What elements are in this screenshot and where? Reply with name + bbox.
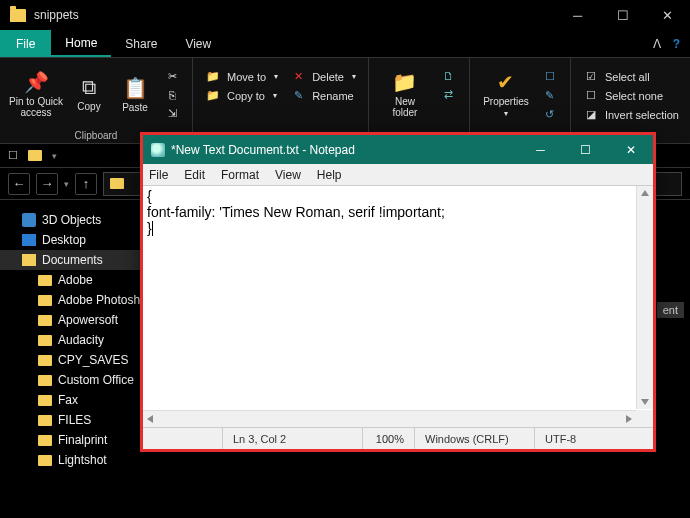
new-item-button[interactable]: 🗋: [437, 68, 461, 84]
fold-icon: [38, 375, 52, 386]
tree-item-label: Audacity: [58, 333, 104, 347]
help-icon[interactable]: ?: [673, 37, 680, 51]
shortcut-icon: ⇲: [164, 107, 180, 120]
delete-icon: ✕: [290, 70, 306, 83]
copy-icon: ⧉: [82, 76, 96, 99]
qat-item[interactable]: ☐: [8, 149, 18, 162]
paste-icon: 📋: [123, 76, 148, 100]
status-lncol: Ln 3, Col 2: [223, 428, 363, 449]
tree-item[interactable]: Fax: [0, 390, 142, 410]
history-button[interactable]: ↺: [538, 106, 562, 123]
vertical-scrollbar[interactable]: [636, 186, 653, 409]
status-zoom: 100%: [363, 428, 415, 449]
tree-item-label: Desktop: [42, 233, 86, 247]
tree-item-label: Apowersoft: [58, 313, 118, 327]
menu-help[interactable]: Help: [317, 168, 342, 182]
menu-format[interactable]: Format: [221, 168, 259, 182]
nav-history-dropdown[interactable]: ▾: [64, 179, 69, 189]
paste-button[interactable]: 📋 Paste: [114, 62, 156, 126]
desk-icon: [22, 234, 36, 246]
properties-icon: ✔: [497, 70, 514, 94]
new-folder-icon: 📁: [392, 70, 417, 94]
titlebar[interactable]: snippets ─ ☐ ✕: [0, 0, 690, 30]
nav-back-button[interactable]: ←: [8, 173, 30, 195]
status-encoding: UTF-8: [535, 428, 653, 449]
path-icon: ⎘: [164, 89, 180, 101]
copy-button[interactable]: ⧉ Copy: [68, 62, 110, 126]
tab-share[interactable]: Share: [111, 30, 171, 57]
tree-item[interactable]: Finalprint: [0, 430, 142, 450]
tab-file[interactable]: File: [0, 30, 51, 57]
cut-button[interactable]: ✂: [160, 68, 184, 85]
close-button[interactable]: ✕: [645, 0, 690, 30]
select-none-button[interactable]: ☐Select none: [579, 87, 683, 104]
notepad-minimize-button[interactable]: ─: [518, 135, 563, 164]
folder-icon[interactable]: [28, 150, 42, 161]
menu-file[interactable]: File: [149, 168, 168, 182]
maximize-button[interactable]: ☐: [600, 0, 645, 30]
edit-button[interactable]: ✎: [538, 87, 562, 104]
copy-path-button[interactable]: ⎘: [160, 87, 184, 103]
group-label-clipboard: Clipboard: [75, 130, 118, 141]
open-button[interactable]: ☐: [538, 68, 562, 85]
edit-icon: ✎: [542, 89, 558, 102]
new-folder-button[interactable]: 📁 New folder: [377, 62, 433, 126]
fold-icon: [38, 355, 52, 366]
tab-home[interactable]: Home: [51, 30, 111, 57]
fold-icon: [38, 435, 52, 446]
tree-item-label: Fax: [58, 393, 78, 407]
notepad-text-area[interactable]: { font-family: 'Times New Roman, serif !…: [143, 186, 653, 427]
delete-button[interactable]: ✕Delete▾: [286, 68, 360, 85]
horizontal-scrollbar[interactable]: [143, 410, 636, 427]
menu-view[interactable]: View: [275, 168, 301, 182]
tab-view[interactable]: View: [171, 30, 225, 57]
tree-item[interactable]: 3D Objects: [0, 210, 142, 230]
pin-icon: 📌: [24, 70, 49, 94]
tree-item[interactable]: Desktop: [0, 230, 142, 250]
fold-icon: [38, 395, 52, 406]
tree-item[interactable]: CPY_SAVES: [0, 350, 142, 370]
select-none-icon: ☐: [583, 89, 599, 102]
ribbon-tabs: File Home Share View ᐱ ?: [0, 30, 690, 58]
select-all-icon: ☑: [583, 70, 599, 83]
tree-item-label: CPY_SAVES: [58, 353, 128, 367]
window-title: snippets: [34, 8, 79, 22]
invert-selection-button[interactable]: ◪Invert selection: [579, 106, 683, 123]
tree-item[interactable]: Apowersoft: [0, 310, 142, 330]
copyto-icon: 📁: [205, 89, 221, 102]
tree-item[interactable]: FILES: [0, 410, 142, 430]
tree-item[interactable]: Adobe: [0, 270, 142, 290]
move-to-button[interactable]: 📁Move to▾: [201, 68, 282, 85]
tree-item-label: Finalprint: [58, 433, 107, 447]
paste-shortcut-button[interactable]: ⇲: [160, 105, 184, 122]
partial-label: ent: [657, 302, 684, 318]
nav-forward-button[interactable]: →: [36, 173, 58, 195]
notepad-maximize-button[interactable]: ☐: [563, 135, 608, 164]
notepad-titlebar[interactable]: *New Text Document.txt - Notepad ─ ☐ ✕: [143, 135, 653, 164]
qat-dropdown[interactable]: ▾: [52, 151, 57, 161]
tree-item[interactable]: Adobe Photosh: [0, 290, 142, 310]
ribbon-expand-icon[interactable]: ᐱ: [653, 37, 661, 51]
notepad-statusbar: Ln 3, Col 2 100% Windows (CRLF) UTF-8: [143, 427, 653, 449]
tree-item[interactable]: Audacity: [0, 330, 142, 350]
copy-to-button[interactable]: 📁Copy to▾: [201, 87, 282, 104]
open-icon: ☐: [542, 70, 558, 83]
pin-to-quick-access-button[interactable]: 📌 Pin to Quick access: [8, 62, 64, 126]
select-all-button[interactable]: ☑Select all: [579, 68, 683, 85]
notepad-title: *New Text Document.txt - Notepad: [171, 143, 355, 157]
menu-edit[interactable]: Edit: [184, 168, 205, 182]
search-box[interactable]: [654, 172, 682, 196]
move-icon: 📁: [205, 70, 221, 83]
tree-item[interactable]: Documents: [0, 250, 142, 270]
tree-item-label: FILES: [58, 413, 91, 427]
scrollbar-corner: [636, 410, 653, 427]
tree-item[interactable]: Custom Office: [0, 370, 142, 390]
minimize-button[interactable]: ─: [555, 0, 600, 30]
nav-up-button[interactable]: ↑: [75, 173, 97, 195]
notepad-close-button[interactable]: ✕: [608, 135, 653, 164]
tree-item[interactable]: Lightshot: [0, 450, 142, 470]
easy-access-button[interactable]: ⇄: [437, 86, 461, 103]
fold-icon: [38, 455, 52, 466]
rename-button[interactable]: ✎Rename: [286, 87, 360, 104]
properties-button[interactable]: ✔ Properties ▾: [478, 62, 534, 126]
